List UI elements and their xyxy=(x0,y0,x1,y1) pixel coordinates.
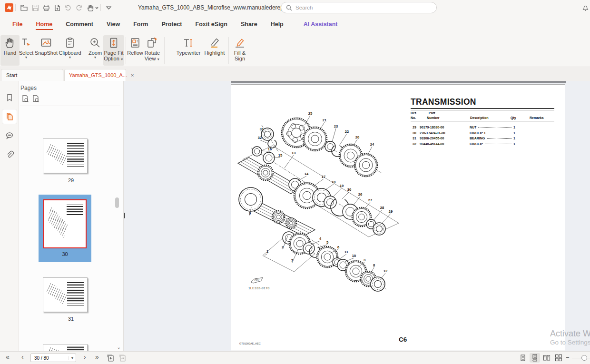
previous-view-icon[interactable] xyxy=(107,354,115,364)
print-icon[interactable] xyxy=(42,4,50,12)
pdf-page: 2521232220243132161513141718193026272829… xyxy=(231,84,565,351)
diagram-part-number: 13 xyxy=(292,151,295,155)
hand-tool-dropdown-icon[interactable] xyxy=(86,4,98,12)
menu-foxit-esign[interactable]: Foxit eSign xyxy=(189,18,234,30)
page-zoom-out-icon[interactable] xyxy=(21,94,30,103)
menu-form[interactable]: Form xyxy=(127,18,155,30)
continuous-view-button[interactable] xyxy=(530,353,540,363)
diagram-part-number: 27 xyxy=(368,198,372,202)
pages-panel-title: Pages xyxy=(20,85,37,91)
thumbnails-scrollbar[interactable] xyxy=(115,197,119,208)
notification-bell-icon[interactable] xyxy=(581,4,590,12)
status-bar: « ‹ 30 / 80 ▼ › » − xyxy=(0,351,590,364)
page-section-label: C6 xyxy=(399,336,407,343)
diagram-part-number: 22 xyxy=(345,129,349,134)
paperclip-icon xyxy=(5,150,14,159)
diagram-part-number: 20 xyxy=(355,135,359,139)
document-pane[interactable]: 2521232220243132161513141718193026272829… xyxy=(124,81,590,351)
parts-table: Ref. Part No. Number Description Qty Rem… xyxy=(411,111,554,148)
divider xyxy=(100,4,101,11)
rotate-view-button[interactable]: Rotate View ▼ xyxy=(142,35,162,66)
parts-table-row: 3293440-45144-00CIRCLIP1 xyxy=(411,142,554,148)
divider xyxy=(84,37,84,64)
redo-icon[interactable] xyxy=(75,4,83,12)
close-tab-icon[interactable]: × xyxy=(127,72,138,78)
diagram-part-number: 11 xyxy=(344,250,348,254)
menu-file[interactable]: File xyxy=(6,18,30,30)
tab-start[interactable]: Start xyxy=(1,69,63,81)
undo-icon[interactable] xyxy=(64,4,72,12)
single-page-view-button[interactable] xyxy=(518,353,528,363)
diagram-part-number: 24 xyxy=(370,142,374,147)
menu-help[interactable]: Help xyxy=(264,18,290,30)
page-thumbnail[interactable] xyxy=(43,344,88,351)
fwd-direction-flag: FWD xyxy=(250,277,264,287)
previous-page-button[interactable]: ‹ xyxy=(21,353,24,361)
first-page-button[interactable]: « xyxy=(6,353,10,361)
pages-panel-button[interactable] xyxy=(2,109,17,124)
page-thumbnail-selected[interactable]: 30 xyxy=(39,195,91,262)
save-icon[interactable] xyxy=(31,4,39,12)
caret-down-icon: ▼ xyxy=(69,56,72,59)
main-area: Pages 29 30 xyxy=(0,81,590,351)
menu-view[interactable]: View xyxy=(100,18,127,30)
open-file-icon[interactable] xyxy=(20,4,28,12)
collapse-panel-icon[interactable] xyxy=(124,213,125,218)
comments-panel-button[interactable] xyxy=(2,128,17,143)
last-page-button[interactable]: » xyxy=(95,353,99,361)
diagram-part-number: 21 xyxy=(323,118,326,122)
diagram-part-number: 10 xyxy=(352,254,356,258)
foxit-reader-window: Yamaha_GTS_1000_ABS_Microfise_www.manual… xyxy=(0,0,590,364)
menu-ai-assistant[interactable]: AI Assistant xyxy=(297,18,344,30)
toolbar-chevron-icon[interactable] xyxy=(105,4,113,12)
facing-view-button[interactable] xyxy=(541,353,552,363)
page-zoom-in-icon[interactable] xyxy=(31,94,40,103)
foxit-logo-icon xyxy=(5,3,13,12)
page-number-combo[interactable]: 30 / 80 ▼ xyxy=(30,354,76,362)
zoom-slider-track[interactable] xyxy=(572,358,590,358)
snapshot-button[interactable]: SnapShot xyxy=(34,35,58,66)
parts-table-row: 30278-17424-01-00CIRCLIP 11 xyxy=(411,131,554,137)
fill-and-sign-button[interactable]: Fill & Sign xyxy=(230,35,249,66)
select-tool-button[interactable]: Select ▼ xyxy=(17,35,36,66)
caret-down-icon: ▼ xyxy=(25,56,28,59)
previous-page-edge xyxy=(231,81,566,83)
reflow-button[interactable]: Reflow xyxy=(127,35,144,66)
diagram-part-number: 14 xyxy=(305,172,309,176)
clipboard-button[interactable]: Clipboard ▼ xyxy=(58,35,82,66)
menu-home[interactable]: Home xyxy=(30,18,59,30)
diagram-part-number: 23 xyxy=(334,124,338,128)
menu-share[interactable]: Share xyxy=(234,18,264,30)
menu-comment[interactable]: Comment xyxy=(59,18,100,30)
next-view-icon[interactable] xyxy=(118,354,127,364)
page-fit-option-button[interactable]: Page Fit Option ▼ xyxy=(103,35,124,66)
parts-table-row: 3193306-20455-00BEARING1 xyxy=(411,137,554,142)
facing-continuous-view-button[interactable] xyxy=(553,353,564,363)
search-input[interactable]: Search xyxy=(281,2,437,13)
parts-table-header: Ref. Part No. Number Description Qty Rem… xyxy=(411,111,554,121)
diagram-part-number: 26 xyxy=(358,192,362,197)
zoom-out-button[interactable]: − xyxy=(566,354,570,361)
zoom-button[interactable]: Zoom ▼ xyxy=(86,35,105,66)
next-page-button[interactable]: › xyxy=(84,353,86,361)
divider xyxy=(20,106,120,106)
rotate-view-icon xyxy=(146,37,158,50)
scroll-down-icon[interactable]: ⌄ xyxy=(117,344,121,350)
export-page-icon[interactable] xyxy=(53,4,61,12)
reflow-icon xyxy=(129,37,141,50)
diagram-part-number: 12 xyxy=(384,269,387,273)
typewriter-button[interactable]: Typewriter xyxy=(175,35,202,66)
attachments-panel-button[interactable] xyxy=(2,148,17,162)
menu-protect[interactable]: Protect xyxy=(155,18,188,30)
bookmarks-panel-button[interactable] xyxy=(2,90,17,105)
title-rule xyxy=(411,108,554,110)
zoom-slider-handle[interactable] xyxy=(581,355,587,361)
tab-active-document[interactable]: Yamaha_GTS_1000_A... × xyxy=(64,69,126,81)
thumbnail-page-number: 29 xyxy=(19,177,123,183)
diagram-part-number: 31 xyxy=(260,127,264,131)
caret-down-icon: ▼ xyxy=(69,356,76,360)
highlight-button[interactable]: Highlight xyxy=(203,35,226,66)
page-thumbnail[interactable] xyxy=(43,138,88,173)
divider xyxy=(251,37,251,64)
page-thumbnail[interactable] xyxy=(43,277,88,312)
